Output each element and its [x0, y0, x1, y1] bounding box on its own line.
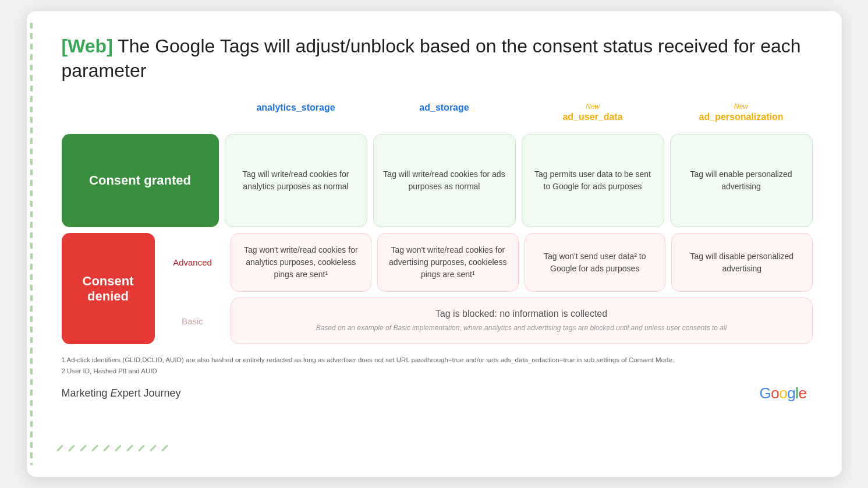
slide: [Web] The Google Tags will adjust/unbloc…: [27, 11, 842, 477]
title-text: The Google Tags will adjust/unblock base…: [62, 36, 801, 81]
footnote-2: 2 User ID, Hashed PII and AUID: [62, 366, 813, 376]
denied-advanced-ad-storage-cell: Tag won't write/read cookies for adverti…: [377, 233, 519, 292]
basic-cell-sub-text: Based on an example of Basic implementat…: [316, 323, 727, 333]
consent-granted-label: Consent granted: [62, 134, 219, 227]
denied-basic-cell: Tag is blocked: no information is collec…: [231, 298, 813, 344]
col-header-ad-personalization: New ad_personalization: [670, 99, 813, 128]
ad-person-label: ad_personalization: [699, 112, 784, 122]
denied-advanced-ad-person-cell: Tag will disable personalized advertisin…: [671, 233, 813, 292]
denied-advanced-ad-user-cell: Tag won't send user data² to Google for …: [525, 233, 666, 292]
granted-ad-person-cell: Tag will enable personalized advertising: [670, 134, 813, 227]
column-headers: analytics_storage ad_storage New ad_user…: [62, 99, 813, 128]
ad-user-new-badge: New: [524, 102, 662, 111]
footer-brand: Marketing Expert Journey: [62, 387, 181, 399]
granted-ad-storage-cell: Tag will write/read cookies for ads purp…: [373, 134, 516, 227]
basic-cell-main-text: Tag is blocked: no information is collec…: [435, 309, 607, 319]
denied-advanced-analytics-cell: Tag won't write/read cookies for analyti…: [231, 233, 372, 292]
consent-denied-section: Consent denied Advanced Tag won't write/…: [62, 233, 813, 344]
slide-title: [Web] The Google Tags will adjust/unbloc…: [56, 34, 813, 83]
title-bracket: [Web]: [62, 36, 113, 56]
granted-ad-user-cell: Tag permits user data to be sent to Goog…: [522, 134, 664, 227]
decorative-left: [27, 11, 49, 477]
ad-user-label: ad_user_data: [562, 112, 622, 122]
col-header-ad-user-data: New ad_user_data: [522, 99, 664, 128]
col-header-ad-storage: ad_storage: [373, 99, 516, 128]
decorative-bottom: [56, 447, 169, 449]
consent-granted-row: Consent granted Tag will write/read cook…: [62, 134, 813, 227]
ad-storage-label: ad_storage: [419, 102, 469, 112]
main-grid: analytics_storage ad_storage New ad_user…: [56, 99, 813, 344]
consent-denied-label: Consent denied: [62, 233, 155, 344]
footer: Marketing Expert Journey Google: [56, 384, 813, 402]
granted-analytics-cell: Tag will write/read cookies for analytic…: [225, 134, 367, 227]
col-header-analytics: analytics_storage: [225, 99, 367, 128]
google-logo: Google: [760, 384, 807, 402]
ad-person-new-badge: New: [672, 102, 810, 111]
analytics-label: analytics_storage: [256, 102, 335, 112]
header-empty: [62, 99, 219, 128]
footer-brand-text: Marketing Expert Journey: [62, 387, 181, 399]
advanced-label: Advanced: [161, 233, 225, 292]
footnotes-section: 1 Ad-click identifiers (GLID,DCLID, AUID…: [56, 355, 813, 376]
basic-label: Basic: [161, 298, 225, 344]
footnote-1: 1 Ad-click identifiers (GLID,DCLID, AUID…: [62, 355, 813, 365]
